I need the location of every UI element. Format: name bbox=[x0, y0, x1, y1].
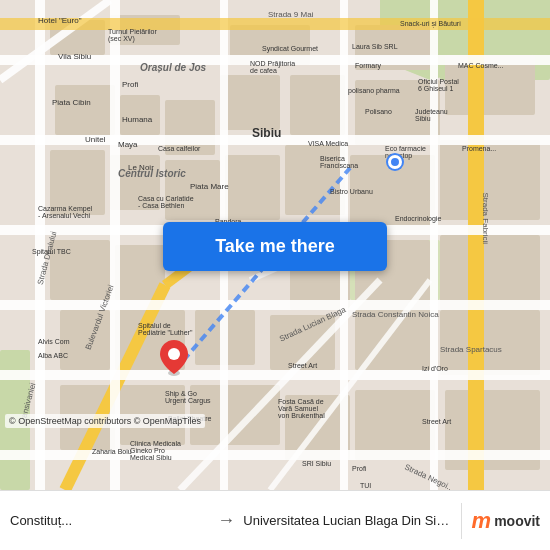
svg-rect-20 bbox=[285, 145, 345, 215]
svg-rect-58 bbox=[0, 18, 550, 30]
current-location-pin bbox=[160, 340, 188, 380]
svg-rect-47 bbox=[0, 370, 550, 380]
from-section: Constituț... bbox=[10, 513, 217, 528]
svg-rect-43 bbox=[0, 55, 550, 65]
svg-rect-10 bbox=[55, 85, 115, 135]
destination-marker bbox=[388, 155, 402, 169]
osm-attribution: © OpenStreetMap contributors © OpenMapTi… bbox=[5, 414, 205, 428]
to-section: Universitatea Lucian Blaga Din Sibiu - R… bbox=[243, 513, 450, 528]
svg-rect-38 bbox=[355, 390, 435, 460]
map-container: Orașul de Jos Orașul de Sus Centrul Isto… bbox=[0, 0, 550, 490]
svg-rect-16 bbox=[50, 150, 105, 215]
navigation-arrow: → bbox=[217, 510, 235, 531]
svg-rect-53 bbox=[430, 0, 438, 490]
svg-rect-40 bbox=[468, 0, 484, 490]
bottom-navigation-bar: Constituț... → Universitatea Lucian Blag… bbox=[0, 490, 550, 550]
svg-point-61 bbox=[168, 348, 180, 360]
moovit-logo: m moovit bbox=[472, 508, 540, 534]
svg-rect-14 bbox=[290, 75, 345, 135]
svg-rect-28 bbox=[60, 310, 110, 370]
svg-rect-33 bbox=[440, 310, 540, 375]
svg-rect-48 bbox=[0, 450, 550, 460]
svg-rect-44 bbox=[0, 135, 550, 145]
svg-rect-13 bbox=[220, 75, 280, 130]
svg-rect-12 bbox=[165, 100, 215, 155]
moovit-m-letter: m bbox=[472, 508, 492, 534]
take-me-there-button[interactable]: Take me there bbox=[163, 222, 387, 271]
svg-rect-27 bbox=[440, 235, 540, 310]
svg-rect-18 bbox=[165, 160, 220, 220]
moovit-text: moovit bbox=[494, 513, 540, 529]
svg-rect-22 bbox=[440, 140, 540, 220]
svg-rect-19 bbox=[225, 155, 280, 220]
divider bbox=[461, 503, 462, 539]
svg-rect-11 bbox=[120, 95, 160, 135]
svg-rect-23 bbox=[50, 240, 110, 300]
svg-rect-46 bbox=[0, 300, 550, 310]
from-location: Constituț... bbox=[10, 513, 72, 528]
to-location: Universitatea Lucian Blaga Din Sibiu - R… bbox=[243, 513, 450, 528]
